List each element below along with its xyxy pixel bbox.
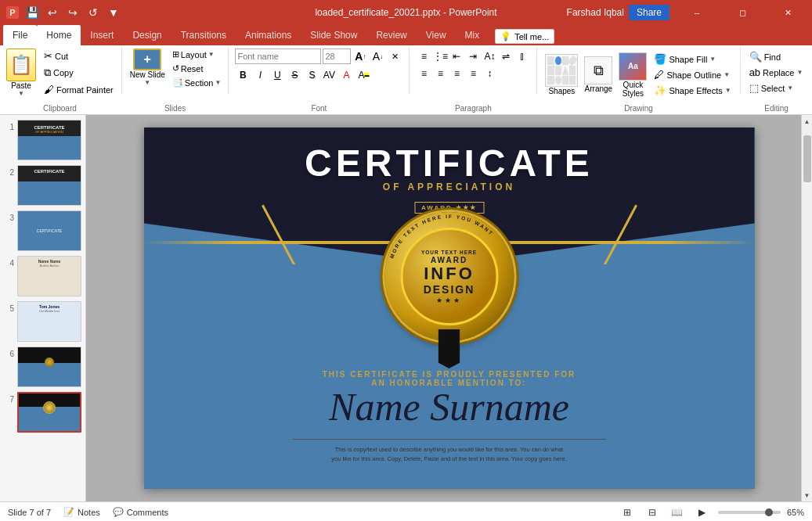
shapes-button[interactable]: Shapes bbox=[543, 52, 579, 97]
repeat-button[interactable]: ↺ bbox=[85, 4, 102, 21]
slide-preview-3[interactable]: CERTIFICATE bbox=[17, 210, 81, 251]
slide-preview-1[interactable]: CERTIFICATE OF APPRECIATION bbox=[17, 120, 81, 160]
text-direction-button[interactable]: A↕ bbox=[482, 49, 497, 64]
font-name-input[interactable] bbox=[235, 49, 321, 64]
align-right-button[interactable]: ≡ bbox=[449, 66, 464, 81]
paragraph-group: ≡ ⋮≡ ⇤ ⇥ A↕ ⇌ ⫿ ≡ ≡ ≡ ≡ ↕ Paragraph bbox=[414, 47, 532, 113]
scroll-up-button[interactable]: ▲ bbox=[802, 115, 813, 128]
minimize-button[interactable]: – bbox=[679, 0, 715, 25]
quick-styles-button[interactable]: Aa QuickStyles bbox=[617, 51, 648, 99]
tab-transitions[interactable]: Transitions bbox=[171, 25, 236, 45]
tab-home[interactable]: Home bbox=[37, 25, 81, 45]
bullets-button[interactable]: ≡ bbox=[416, 49, 431, 64]
normal-view-button[interactable]: ⊞ bbox=[618, 505, 637, 520]
tab-animations[interactable]: Animations bbox=[236, 25, 301, 45]
slide-sorter-button[interactable]: ⊟ bbox=[643, 505, 662, 520]
italic-button[interactable]: I bbox=[252, 67, 268, 83]
shape-effects-dropdown[interactable]: ▼ bbox=[725, 87, 731, 94]
slide-preview-2[interactable]: CERTIFICATE bbox=[17, 165, 81, 206]
scroll-down-button[interactable]: ▼ bbox=[802, 489, 813, 501]
layout-button[interactable]: ⊞ Layout ▼ bbox=[170, 49, 224, 60]
find-button[interactable]: 🔍 Find bbox=[747, 50, 807, 63]
shadow-button[interactable]: S bbox=[304, 67, 319, 83]
paste-dropdown[interactable]: ▼ bbox=[18, 90, 24, 97]
comments-button[interactable]: 💬 Comments bbox=[113, 507, 168, 517]
status-bar: Slide 7 of 7 📝 Notes 💬 Comments ⊞ ⊟ 📖 ▶ … bbox=[0, 501, 812, 521]
medal-text-3: INFO bbox=[424, 265, 475, 282]
new-slide-dropdown[interactable]: ▼ bbox=[144, 79, 150, 86]
tab-design[interactable]: Design bbox=[123, 25, 171, 45]
justify-button[interactable]: ≡ bbox=[465, 66, 481, 81]
reading-view-button[interactable]: 📖 bbox=[668, 505, 687, 520]
tab-file[interactable]: File bbox=[3, 25, 37, 45]
columns-button[interactable]: ⫿ bbox=[514, 49, 530, 64]
font-size-input[interactable] bbox=[323, 49, 351, 64]
tab-slideshow[interactable]: Slide Show bbox=[301, 25, 366, 45]
numbered-button[interactable]: ⋮≡ bbox=[432, 49, 448, 64]
slide-thumb-6[interactable]: 6 bbox=[3, 347, 82, 387]
reset-button[interactable]: ↺ Reset bbox=[170, 63, 224, 74]
font-shrink-button[interactable]: A↓ bbox=[370, 49, 385, 64]
line-spacing-button[interactable]: ↕ bbox=[482, 66, 497, 81]
scroll-thumb-vertical[interactable] bbox=[803, 135, 811, 182]
char-space-button[interactable]: AV bbox=[321, 67, 337, 83]
indent-less-button[interactable]: ⇤ bbox=[449, 49, 464, 64]
slide-thumb-7[interactable]: 7 bbox=[3, 392, 82, 433]
tab-insert[interactable]: Insert bbox=[81, 25, 123, 45]
redo-button[interactable]: ↪ bbox=[64, 4, 81, 21]
maximize-button[interactable]: ◻ bbox=[724, 0, 760, 25]
customize-qat-button[interactable]: ▼ bbox=[105, 4, 122, 21]
shape-fill-dropdown[interactable]: ▼ bbox=[709, 56, 716, 63]
font-color-button[interactable]: A bbox=[338, 67, 354, 83]
canvas-area[interactable]: ⚜ CERTIFICATE OF APPRECIATION AWARD ★★★ bbox=[86, 115, 812, 501]
arrange-button[interactable]: ⧉ Arrange bbox=[583, 55, 614, 95]
tell-me-input[interactable]: 💡 Tell me... bbox=[495, 29, 554, 44]
replace-dropdown[interactable]: ▼ bbox=[796, 69, 803, 76]
slide-thumb-2[interactable]: 2 CERTIFICATE bbox=[3, 165, 82, 206]
cut-button[interactable]: ✂ Cut bbox=[41, 49, 117, 63]
slide-thumb-1[interactable]: 1 CERTIFICATE OF APPRECIATION bbox=[3, 120, 82, 160]
select-button[interactable]: ⬚ Select ▼ bbox=[747, 81, 807, 95]
select-dropdown[interactable]: ▼ bbox=[787, 84, 793, 92]
notes-button[interactable]: 📝 Notes bbox=[63, 507, 100, 517]
undo-button[interactable]: ↩ bbox=[44, 4, 61, 21]
shape-effects-button[interactable]: ✨ Shape Effects ▼ bbox=[651, 84, 733, 97]
copy-button[interactable]: ⧉ Copy bbox=[41, 65, 117, 81]
tab-view[interactable]: View bbox=[417, 25, 456, 45]
strikethrough-button[interactable]: S bbox=[287, 67, 302, 83]
convert-button[interactable]: ⇌ bbox=[498, 49, 514, 64]
clear-format-button[interactable]: ✕ bbox=[387, 49, 402, 64]
slide-thumb-4[interactable]: 4 Name Name Author Author bbox=[3, 256, 82, 296]
align-left-button[interactable]: ≡ bbox=[416, 66, 431, 81]
slide-thumb-3[interactable]: 3 CERTIFICATE bbox=[3, 210, 82, 251]
shape-outline-dropdown[interactable]: ▼ bbox=[724, 71, 730, 78]
tab-review[interactable]: Review bbox=[366, 25, 416, 45]
bold-button[interactable]: B bbox=[235, 67, 251, 83]
align-center-button[interactable]: ≡ bbox=[432, 66, 448, 81]
share-button[interactable]: Share bbox=[629, 5, 669, 20]
shape-outline-button[interactable]: 🖊 Shape Outline ▼ bbox=[651, 68, 733, 81]
layout-dropdown-icon: ▼ bbox=[208, 51, 215, 58]
new-slide-button[interactable]: + New Slide ▼ bbox=[127, 47, 168, 102]
indent-more-button[interactable]: ⇥ bbox=[465, 49, 481, 64]
underline-button[interactable]: U bbox=[269, 67, 285, 83]
slide-thumb-5[interactable]: 5 Tom Jones Certificate text bbox=[3, 301, 82, 342]
shape-fill-button[interactable]: 🪣 Shape Fill ▼ bbox=[651, 52, 733, 66]
slide-preview-7[interactable] bbox=[17, 392, 81, 433]
cut-label: Cut bbox=[55, 52, 68, 61]
paste-button[interactable]: 📋 Paste ▼ bbox=[3, 47, 39, 102]
save-button[interactable]: 💾 bbox=[23, 4, 41, 21]
section-button[interactable]: 📑 Section ▼ bbox=[170, 77, 224, 88]
slide-preview-5[interactable]: Tom Jones Certificate text bbox=[17, 301, 81, 342]
replace-button[interactable]: ab Replace ▼ bbox=[747, 66, 807, 79]
slide-preview-6[interactable] bbox=[17, 347, 81, 387]
slide-preview-4[interactable]: Name Name Author Author bbox=[17, 256, 81, 296]
tab-mix[interactable]: Mix bbox=[456, 25, 489, 45]
close-button[interactable]: ✕ bbox=[770, 0, 806, 25]
font-grow-button[interactable]: A↑ bbox=[352, 49, 368, 64]
format-painter-button[interactable]: 🖌 Format Painter bbox=[41, 82, 117, 97]
copy-icon: ⧉ bbox=[44, 66, 51, 79]
text-highlight-button[interactable]: A▬ bbox=[355, 67, 371, 83]
slideshow-view-button[interactable]: ▶ bbox=[693, 505, 712, 520]
zoom-slider[interactable] bbox=[718, 511, 781, 514]
